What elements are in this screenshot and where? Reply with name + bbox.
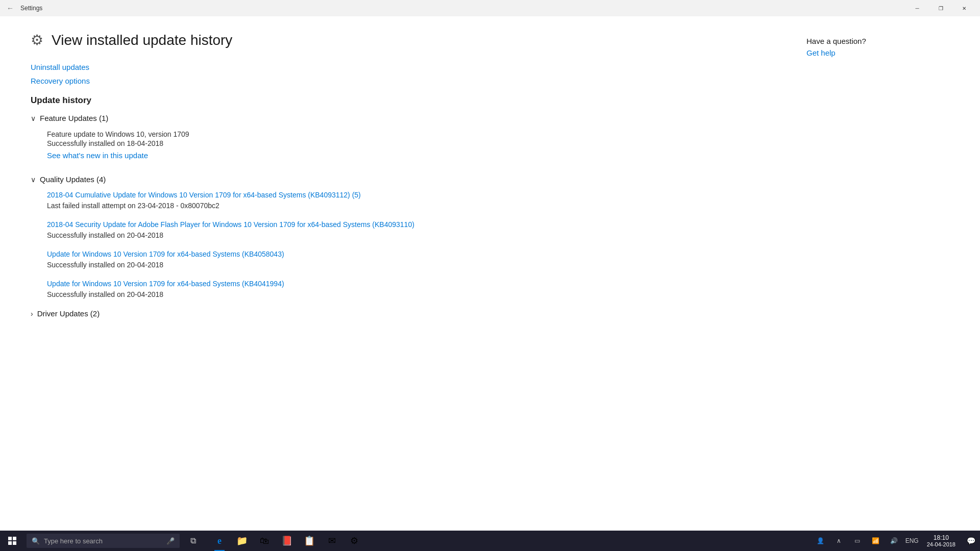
search-input[interactable]: Type here to search (44, 537, 162, 545)
uninstall-updates-link[interactable]: Uninstall updates (31, 63, 806, 71)
feature-update-name: Feature update to Windows 10, version 17… (47, 130, 189, 138)
mail-icon: ✉ (328, 535, 336, 546)
date: 24-04-2018 (927, 541, 955, 547)
back-button[interactable]: ← (4, 2, 16, 14)
quality-update-status-0: Last failed install attempt on 23-04-201… (47, 202, 219, 210)
taskbar-app-app1[interactable]: 📕 (276, 531, 298, 551)
page-title: View installed update history (52, 32, 232, 48)
store-icon: 🛍 (260, 536, 269, 546)
taskbar-right: 👤 ∧ ▭ 📶 🔊 ENG 18:10 24-04-2018 💬 (812, 531, 980, 551)
quality-updates-header[interactable]: ∨ Quality Updates (4) (31, 175, 806, 184)
quality-update-item-3: Update for Windows 10 Version 1709 for x… (47, 280, 806, 299)
quality-update-link-1[interactable]: 2018-04 Security Update for Adobe Flash … (47, 220, 806, 229)
start-button[interactable] (0, 531, 24, 551)
content-area: ⚙ View installed update history Uninstal… (0, 16, 980, 531)
taskbar: 🔍 Type here to search 🎤 ⧉ e 📁 🛍 📕 📋 ✉ ⚙ (0, 531, 980, 551)
feature-updates-group: ∨ Feature Updates (1) Feature update to … (31, 114, 806, 165)
language-label[interactable]: ENG (903, 537, 921, 544)
taskbar-app-settings[interactable]: ⚙ (343, 531, 365, 551)
quality-updates-group: ∨ Quality Updates (4) 2018-04 Cumulative… (31, 175, 806, 299)
edge-icon: e (217, 536, 222, 546)
driver-updates-header[interactable]: › Driver Updates (2) (31, 309, 806, 318)
taskbar-apps: e 📁 🛍 📕 📋 ✉ ⚙ (208, 531, 365, 551)
driver-updates-title: Driver Updates (2) (37, 309, 100, 318)
titlebar-title: Settings (20, 5, 42, 12)
quality-update-status-3: Successfully installed on 20-04-2018 (47, 290, 163, 298)
gear-icon: ⚙ (31, 32, 43, 48)
clock: 18:10 (934, 534, 949, 541)
feature-updates-title: Feature Updates (1) (40, 114, 108, 122)
update-history-section: Update history ∨ Feature Updates (1) Fea… (31, 95, 806, 318)
feature-chevron: ∨ (31, 114, 36, 122)
taskbar-app-edge[interactable]: e (208, 531, 231, 551)
quality-updates-title: Quality Updates (4) (40, 175, 106, 184)
chevron-up-icon[interactable]: ∧ (830, 531, 848, 551)
app2-icon: 📋 (304, 535, 315, 546)
get-help-link[interactable]: Get help (806, 48, 949, 57)
quality-chevron: ∨ (31, 176, 36, 184)
taskbar-app-app2[interactable]: 📋 (298, 531, 321, 551)
quality-update-item-0: 2018-04 Cumulative Update for Windows 10… (47, 191, 806, 210)
taskbar-app-mail[interactable]: ✉ (321, 531, 343, 551)
explorer-icon: 📁 (236, 535, 248, 546)
quality-update-link-2[interactable]: Update for Windows 10 Version 1709 for x… (47, 250, 806, 258)
quality-update-link-3[interactable]: Update for Windows 10 Version 1709 for x… (47, 280, 806, 288)
taskview-icon: ⧉ (190, 536, 196, 545)
feature-update-link[interactable]: See what's new in this update (47, 151, 148, 160)
search-icon: 🔍 (32, 537, 40, 545)
taskbar-app-explorer[interactable]: 📁 (231, 531, 253, 551)
app1-icon: 📕 (281, 535, 292, 546)
feature-update-status: Successfully installed on 18-04-2018 (47, 139, 163, 147)
section-title: Update history (31, 95, 806, 106)
question-text: Have a question? (806, 37, 949, 45)
microphone-icon[interactable]: 🎤 (166, 537, 175, 545)
settings-icon: ⚙ (350, 535, 358, 546)
taskview-button[interactable]: ⧉ (182, 531, 204, 551)
quality-update-item-2: Update for Windows 10 Version 1709 for x… (47, 250, 806, 269)
search-bar[interactable]: 🔍 Type here to search 🎤 (27, 534, 180, 548)
time-date[interactable]: 18:10 24-04-2018 (921, 531, 962, 551)
driver-updates-group: › Driver Updates (2) (31, 309, 806, 318)
quality-update-status-2: Successfully installed on 20-04-2018 (47, 261, 163, 269)
feature-updates-header[interactable]: ∨ Feature Updates (1) (31, 114, 806, 122)
right-panel: Have a question? Get help (806, 32, 949, 515)
titlebar: ← Settings ─ ❐ ✕ (0, 0, 980, 16)
quality-update-status-1: Successfully installed on 20-04-2018 (47, 231, 163, 239)
taskbar-app-store[interactable]: 🛍 (253, 531, 276, 551)
recovery-options-link[interactable]: Recovery options (31, 77, 806, 85)
notification-button[interactable]: 💬 (962, 531, 980, 551)
wifi-icon[interactable]: 📶 (867, 531, 885, 551)
close-button[interactable]: ✕ (952, 0, 976, 16)
titlebar-left: ← Settings (4, 2, 42, 14)
minimize-button[interactable]: ─ (905, 0, 929, 16)
display-icon[interactable]: ▭ (848, 531, 867, 551)
volume-icon[interactable]: 🔊 (885, 531, 903, 551)
titlebar-controls: ─ ❐ ✕ (905, 0, 976, 16)
windows-logo-icon (8, 537, 16, 545)
driver-chevron: › (31, 310, 33, 318)
restore-button[interactable]: ❐ (929, 0, 952, 16)
quality-update-item-1: 2018-04 Security Update for Adobe Flash … (47, 220, 806, 240)
quality-update-link-0[interactable]: 2018-04 Cumulative Update for Windows 10… (47, 191, 806, 199)
feature-update-item-0: Feature update to Windows 10, version 17… (47, 130, 806, 165)
main-content: ⚙ View installed update history Uninstal… (31, 32, 806, 515)
page-title-row: ⚙ View installed update history (31, 32, 806, 48)
network-icon[interactable]: 👤 (812, 531, 830, 551)
